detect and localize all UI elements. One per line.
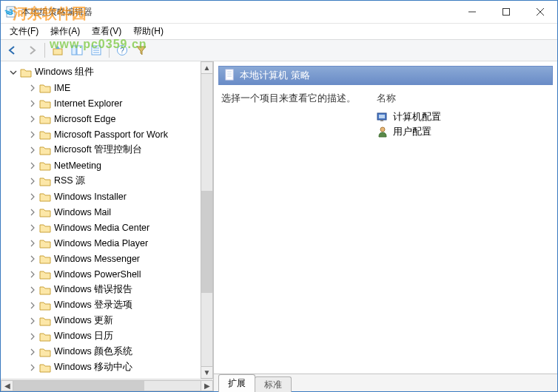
scroll-left-icon[interactable]: ◀ [1,380,13,391]
folder-icon [39,347,51,357]
tree-node[interactable]: Windows 错误报告 [1,282,213,297]
scroll-thumb[interactable] [13,381,144,391]
menu-action[interactable]: 操作(A) [44,24,86,39]
expand-icon[interactable] [27,160,38,171]
expand-icon[interactable] [27,192,38,202]
folder-icon [39,316,51,326]
nav-back-button[interactable] [4,41,21,59]
tab-extended[interactable]: 扩展 [218,374,255,392]
expand-icon[interactable] [27,362,38,373]
tree-node-label: Internet Explorer [54,98,122,109]
list-item-user-config[interactable]: 用户配置 [377,124,550,139]
tree-node[interactable]: Windows 日历 [1,328,213,344]
tree-node-label: Windows PowerShell [54,269,141,280]
tree-node[interactable]: Windows Media Center [1,220,213,235]
expand-icon[interactable] [27,98,38,109]
expand-icon[interactable] [27,145,38,155]
folder-icon [39,362,51,373]
minimize-button[interactable] [455,1,489,23]
tree-node-label: IME [54,83,70,93]
description-column: 选择一个项目来查看它的描述。 [221,92,377,374]
expand-icon[interactable] [27,254,38,264]
svg-text:?: ? [120,47,124,55]
svg-rect-5 [503,9,510,16]
tree-node[interactable]: Windows Messenger [1,251,213,266]
tree-node[interactable]: Windows Installer [1,189,213,204]
tree-node-label: Windows 日历 [54,330,113,342]
scroll-track[interactable] [201,74,213,366]
scroll-right-icon[interactable]: ▶ [201,380,213,391]
title-bar[interactable]: 本地组策略编辑器 [1,1,557,23]
expand-icon[interactable] [27,269,38,280]
tree-node[interactable]: Microsoft 管理控制台 [1,142,213,158]
toolbar: ? [1,39,557,61]
expand-icon[interactable] [27,129,38,140]
list-item-computer-config[interactable]: 计算机配置 [377,109,550,124]
expand-icon[interactable] [27,83,38,93]
menu-view[interactable]: 查看(V) [86,24,127,39]
tree-node[interactable]: Windows 移动中心 [1,359,213,375]
folder-icon [39,207,51,217]
detail-header-title: 本地计算机 策略 [240,69,310,82]
expand-icon[interactable] [27,300,38,311]
tree-node[interactable]: Windows 登录选项 [1,297,213,313]
expand-icon[interactable] [27,285,38,295]
tree-node[interactable]: Windows PowerShell [1,266,213,282]
tree-node-label: NetMeeting [54,160,101,171]
tree-node[interactable]: Windows 更新 [1,313,213,328]
computer-config-icon [377,111,389,123]
folder-icon [39,238,51,249]
filter-button[interactable] [132,41,150,59]
tree-view[interactable]: Windows 组件 IMEInternet ExplorerMicrosoft… [1,61,213,379]
tree-node-label: Windows 移动中心 [54,361,132,374]
tree-node[interactable]: Windows Media Player [1,235,213,251]
up-level-button[interactable] [49,41,67,59]
user-config-icon [377,126,389,138]
tree-node[interactable]: Internet Explorer [1,95,213,111]
scroll-thumb[interactable] [201,191,212,293]
tree-node[interactable]: IME [1,80,213,95]
tree-node[interactable]: Windows Mail [1,204,213,220]
properties-button[interactable] [87,41,105,59]
close-button[interactable] [523,1,557,23]
expand-icon[interactable] [27,316,38,326]
tree-node-label: Microsoft Edge [54,114,115,124]
expand-icon[interactable] [27,238,38,249]
expand-icon[interactable] [27,223,38,233]
expand-icon[interactable] [27,114,38,124]
tab-standard[interactable]: 标准 [255,376,292,392]
svg-rect-9 [72,46,76,55]
expand-icon[interactable] [27,207,38,217]
tree-node[interactable]: RSS 源 [1,173,213,189]
tree-node[interactable]: Microsoft Passport for Work [1,126,213,142]
tree-node-root[interactable]: Windows 组件 [1,64,213,80]
tree-node[interactable]: Windows 颜色系统 [1,344,213,359]
tree-node[interactable]: NetMeeting [1,158,213,173]
menu-bar: 文件(F) 操作(A) 查看(V) 帮助(H) [1,23,557,39]
collapse-icon[interactable] [8,67,19,78]
tree-node[interactable]: Microsoft Edge [1,111,213,126]
help-button[interactable]: ? [113,41,131,59]
tree-node-label: Windows 颜色系统 [54,345,132,358]
scroll-up-icon[interactable]: ▲ [201,61,213,74]
folder-icon [39,192,51,202]
expand-icon[interactable] [27,347,38,357]
expand-icon[interactable] [27,176,38,186]
column-header-name[interactable]: 名称 [377,92,550,105]
scroll-down-icon[interactable]: ▼ [201,366,213,379]
expand-icon[interactable] [27,331,38,342]
nav-forward-button[interactable] [23,41,41,59]
tree-node-label: Windows Installer [54,192,127,202]
horizontal-scrollbar[interactable]: ◀ ▶ [1,379,213,391]
show-hide-tree-button[interactable] [68,41,86,59]
detail-pane: 本地计算机 策略 选择一个项目来查看它的描述。 名称 计算机配置 [214,61,557,391]
menu-file[interactable]: 文件(F) [4,24,44,39]
menu-help[interactable]: 帮助(H) [127,24,169,39]
vertical-scrollbar[interactable]: ▲ ▼ [201,61,213,379]
folder-icon [39,285,51,295]
window-title: 本地组策略编辑器 [21,6,93,18]
maximize-button[interactable] [489,1,523,23]
tab-strip: 扩展 标准 [214,374,557,391]
app-icon [5,6,17,18]
scroll-track[interactable] [13,380,201,391]
